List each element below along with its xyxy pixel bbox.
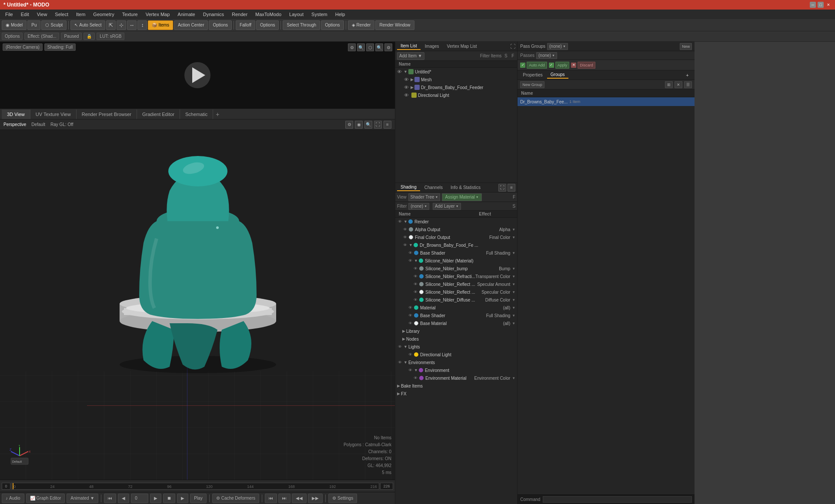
eye-icon[interactable]: 👁 — [407, 321, 413, 326]
lut-tb2-button[interactable]: LUT: sRGB — [97, 33, 124, 40]
groups-add-icon[interactable]: + — [686, 73, 693, 78]
shading-row[interactable]: ▶ FX — [395, 390, 517, 398]
preview-icon-1[interactable]: ⚙ — [348, 43, 356, 51]
eye-icon[interactable]: 👁 — [397, 219, 402, 224]
frame-input[interactable]: 0 — [131, 494, 148, 503]
shading-row-environments[interactable]: 👁 ▼ Environments — [395, 358, 517, 366]
effect-dropdown[interactable]: ▼ — [512, 282, 515, 286]
preview-icon-2[interactable]: 🔍 — [357, 43, 365, 51]
eye-icon[interactable]: 👁 — [413, 375, 418, 381]
action-center-button[interactable]: Action Center — [174, 20, 208, 30]
groups-icon-1[interactable]: ⊞ — [665, 81, 673, 88]
minimize-button[interactable]: ─ — [810, 2, 816, 8]
options-tb2-button[interactable]: Options — [2, 33, 23, 40]
assign-material-dropdown[interactable]: Assign Material — [442, 193, 481, 201]
expand-icon[interactable]: ▼ — [409, 243, 413, 247]
effect-tb2-button[interactable]: Effect: (Shad... — [24, 33, 59, 40]
audio-button[interactable]: ♪ Audio — [2, 494, 24, 503]
expand-icon[interactable]: ▼ — [414, 368, 418, 372]
filter-dropdown[interactable]: (none) — [408, 203, 429, 210]
eye-icon[interactable]: 👁 — [407, 305, 413, 310]
pass-groups-dropdown[interactable]: (none) — [547, 43, 568, 50]
shading-row[interactable]: 👁 Final Color Output Final Color ▼ — [395, 233, 517, 241]
shading-row[interactable]: 👁 Material (all) ▼ — [395, 304, 517, 312]
shading-row[interactable]: 👁 ▼ Silicone_Nibler (Material) — [395, 257, 517, 265]
shader-tree-dropdown[interactable]: Shader Tree — [408, 193, 441, 201]
discard-button[interactable]: Discard — [578, 62, 595, 69]
menu-vertex-map[interactable]: Vertex Map — [142, 11, 174, 18]
prev-key-button[interactable]: ⏮ — [104, 494, 116, 503]
group-item[interactable]: Dr_Browns_Baby_Fee... 1 Item — [518, 97, 695, 106]
eye-icon[interactable]: 👁 — [413, 282, 418, 287]
eye-icon[interactable]: 👁 — [407, 352, 413, 357]
animated-button[interactable]: Animated ▼ — [67, 494, 98, 503]
pu-button[interactable]: Pu — [27, 20, 40, 30]
options-2-button[interactable]: Options — [256, 20, 279, 30]
expand-icon[interactable]: ▶ — [397, 384, 400, 388]
preview-icon-5[interactable]: ⚙ — [384, 43, 392, 51]
eye-icon[interactable]: 👁 — [397, 344, 402, 349]
shading-row[interactable]: ▶ Bake Items — [395, 382, 517, 390]
eye-icon[interactable]: 👁 — [413, 274, 418, 279]
options-3-button[interactable]: Options — [321, 20, 344, 30]
list-item[interactable]: 👁 ▼ Untitled* — [395, 68, 517, 76]
tab-3d-view[interactable]: 3D View — [2, 109, 30, 119]
shading-row-render[interactable]: 👁 ▼ Render — [395, 218, 517, 225]
eye-icon[interactable]: 👁 — [407, 313, 413, 318]
menu-geometry[interactable]: Geometry — [90, 11, 117, 18]
tab-gradient-editor[interactable]: Gradient Editor — [137, 109, 180, 119]
effect-dropdown[interactable]: ▼ — [512, 376, 515, 380]
bt-icon-2[interactable]: ⏭ — [278, 494, 291, 503]
render-button[interactable]: ◈ Render — [348, 20, 375, 30]
expand-icon[interactable]: ▼ — [404, 70, 407, 74]
play-button[interactable]: ▶ — [177, 494, 188, 503]
menu-layout[interactable]: Layout — [286, 11, 307, 18]
eye-icon[interactable]: 👁 — [404, 85, 409, 90]
paused-tb2-button[interactable]: Paused — [61, 33, 82, 40]
shading-row[interactable]: 👁 ▼ Dr_Browns_Baby_Food_Fe ... — [395, 241, 517, 249]
groups-icon-2[interactable]: ✕ — [675, 81, 682, 88]
effect-dropdown[interactable]: ▼ — [512, 290, 515, 294]
vp-icon-camera[interactable]: ◉ — [355, 121, 363, 129]
stop-button[interactable]: ⏹ — [163, 494, 175, 503]
perspective-label[interactable]: Perspective — [3, 122, 26, 127]
shading-row-diffuse[interactable]: 👁 Silicone_Nibler_Diffuse ... Diffuse Co… — [395, 296, 517, 304]
expand-icon[interactable]: ▼ — [404, 219, 407, 224]
shading-row[interactable]: 👁 Directional Light — [395, 351, 517, 358]
menu-render[interactable]: Render — [228, 11, 251, 18]
sculpt-button[interactable]: ⬡ Sculpt — [41, 20, 67, 30]
tb-icon-2[interactable]: ⊹ — [117, 20, 126, 30]
vp-icon-maximize[interactable]: ⛶ — [374, 121, 382, 129]
tab-vertex-map-list[interactable]: Vertex Map List — [444, 43, 481, 50]
tab-schematic[interactable]: Schematic — [180, 109, 213, 119]
shading-row[interactable]: 👁 Silicone_Nibler_Reflect ... Specular A… — [395, 280, 517, 288]
effect-dropdown[interactable]: ▼ — [512, 228, 515, 232]
eye-icon[interactable]: 👁 — [402, 242, 407, 248]
menu-maxtomodo[interactable]: MaxToModo — [252, 11, 285, 18]
default-label[interactable]: Default — [31, 122, 45, 127]
menu-file[interactable]: File — [2, 11, 17, 18]
lock-tb2-icon[interactable]: 🔒 — [84, 33, 95, 40]
shading-row[interactable]: 👁 ▼ Environment — [395, 366, 517, 374]
list-item[interactable]: 👁 Directional Light — [395, 91, 517, 99]
add-tab-button[interactable]: + — [213, 111, 222, 118]
menu-select[interactable]: Select — [51, 11, 72, 18]
shading-row[interactable]: 👁 Base Material (all) ▼ — [395, 319, 517, 327]
vp-icon-zoom[interactable]: 🔍 — [364, 121, 372, 129]
shading-row[interactable]: 👁 Silicone_Nibler_Reflect ... Specular C… — [395, 288, 517, 296]
menu-dynamics[interactable]: Dynamics — [200, 11, 227, 18]
effect-dropdown[interactable]: ▼ — [512, 235, 515, 239]
expand-icon[interactable]: ▶ — [411, 77, 414, 82]
expand-icon[interactable]: ▶ — [402, 329, 405, 333]
eye-icon[interactable]: 👁 — [413, 289, 418, 295]
groups-icon-3[interactable]: ☰ — [684, 81, 692, 88]
menu-animate[interactable]: Animate — [174, 11, 198, 18]
list-item[interactable]: 👁 ▶ Dr_Browns_Baby_Food_Feeder — [395, 83, 517, 91]
tab-info-statistics[interactable]: Info & Statistics — [447, 184, 484, 191]
shading-row[interactable]: 👁 Silicone_Nibler_bump Bump ▼ — [395, 265, 517, 272]
falloff-button[interactable]: Falloff — [236, 20, 255, 30]
eye-icon[interactable]: 👁 — [407, 250, 413, 255]
auto-select-button[interactable]: ↖ Auto Select — [70, 20, 105, 30]
timeline-bar[interactable]: 0 24 48 72 96 120 144 168 192 216 — [11, 483, 379, 490]
tab-item-list[interactable]: Item List — [397, 43, 421, 50]
